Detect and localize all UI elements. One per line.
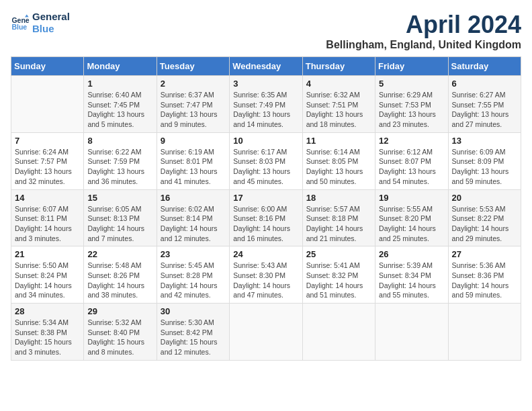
calendar-cell: 5Sunrise: 6:29 AM Sunset: 7:53 PM Daylig… (375, 76, 448, 133)
day-detail: Sunrise: 5:39 AM Sunset: 8:34 PM Dayligh… (379, 261, 444, 300)
day-detail: Sunrise: 5:45 AM Sunset: 8:28 PM Dayligh… (161, 261, 226, 300)
calendar-cell (11, 76, 84, 133)
day-number: 11 (306, 136, 371, 146)
day-number: 9 (161, 136, 226, 146)
day-number: 24 (233, 249, 298, 259)
day-detail: Sunrise: 6:27 AM Sunset: 7:55 PM Dayligh… (452, 90, 517, 130)
day-detail: Sunrise: 6:07 AM Sunset: 8:11 PM Dayligh… (15, 204, 80, 244)
day-number: 5 (379, 79, 444, 89)
day-number: 17 (233, 193, 298, 203)
day-number: 14 (15, 193, 80, 203)
calendar-cell (375, 304, 448, 361)
calendar-header: SundayMondayTuesdayWednesdayThursdayFrid… (11, 57, 521, 76)
calendar-table: SundayMondayTuesdayWednesdayThursdayFrid… (11, 56, 521, 361)
calendar-cell: 25Sunrise: 5:41 AM Sunset: 8:32 PM Dayli… (302, 246, 375, 304)
calendar-cell: 10Sunrise: 6:17 AM Sunset: 8:03 PM Dayli… (230, 132, 302, 189)
calendar-body: 1Sunrise: 6:40 AM Sunset: 7:45 PM Daylig… (11, 76, 521, 361)
logo: General Blue General Blue (11, 11, 70, 35)
day-number: 16 (161, 193, 226, 203)
day-detail: Sunrise: 5:50 AM Sunset: 8:24 PM Dayligh… (15, 261, 80, 300)
day-detail: Sunrise: 6:17 AM Sunset: 8:03 PM Dayligh… (233, 147, 298, 187)
day-header-wednesday: Wednesday (230, 57, 302, 76)
calendar-cell: 8Sunrise: 6:22 AM Sunset: 7:59 PM Daylig… (84, 132, 157, 189)
calendar-cell: 6Sunrise: 6:27 AM Sunset: 7:55 PM Daylig… (448, 76, 521, 133)
day-number: 15 (87, 193, 152, 203)
calendar-cell: 24Sunrise: 5:43 AM Sunset: 8:30 PM Dayli… (230, 246, 302, 304)
calendar-cell: 19Sunrise: 5:55 AM Sunset: 8:20 PM Dayli… (375, 189, 448, 246)
day-header-tuesday: Tuesday (157, 57, 229, 76)
calendar-cell: 12Sunrise: 6:12 AM Sunset: 8:07 PM Dayli… (375, 132, 448, 189)
calendar-cell (230, 304, 302, 361)
calendar-cell: 15Sunrise: 6:05 AM Sunset: 8:13 PM Dayli… (84, 189, 157, 246)
day-number: 22 (87, 249, 152, 259)
day-detail: Sunrise: 6:19 AM Sunset: 8:01 PM Dayligh… (161, 147, 226, 187)
calendar-subtitle: Bellingham, England, United Kingdom (326, 39, 521, 51)
calendar-cell (302, 304, 375, 361)
calendar-cell: 20Sunrise: 5:53 AM Sunset: 8:22 PM Dayli… (448, 189, 521, 246)
day-number: 2 (161, 79, 226, 89)
calendar-cell: 3Sunrise: 6:35 AM Sunset: 7:49 PM Daylig… (230, 76, 302, 133)
day-detail: Sunrise: 5:30 AM Sunset: 8:42 PM Dayligh… (161, 318, 226, 357)
day-header-friday: Friday (375, 57, 448, 76)
day-header-monday: Monday (84, 57, 157, 76)
day-number: 27 (452, 249, 517, 259)
week-row-3: 14Sunrise: 6:07 AM Sunset: 8:11 PM Dayli… (11, 189, 521, 246)
day-detail: Sunrise: 5:41 AM Sunset: 8:32 PM Dayligh… (306, 261, 371, 300)
day-detail: Sunrise: 6:24 AM Sunset: 7:57 PM Dayligh… (15, 147, 80, 187)
svg-text:Blue: Blue (11, 23, 27, 31)
week-row-1: 1Sunrise: 6:40 AM Sunset: 7:45 PM Daylig… (11, 76, 521, 133)
day-detail: Sunrise: 6:00 AM Sunset: 8:16 PM Dayligh… (233, 204, 298, 244)
day-detail: Sunrise: 5:34 AM Sunset: 8:38 PM Dayligh… (15, 318, 80, 357)
calendar-cell: 22Sunrise: 5:48 AM Sunset: 8:26 PM Dayli… (84, 246, 157, 304)
day-number: 26 (379, 249, 444, 259)
logo-icon: General Blue (11, 13, 30, 32)
day-number: 13 (452, 136, 517, 146)
day-detail: Sunrise: 6:05 AM Sunset: 8:13 PM Dayligh… (87, 204, 152, 244)
day-number: 10 (233, 136, 298, 146)
day-number: 8 (87, 136, 152, 146)
calendar-cell: 11Sunrise: 6:14 AM Sunset: 8:05 PM Dayli… (302, 132, 375, 189)
calendar-cell: 7Sunrise: 6:24 AM Sunset: 7:57 PM Daylig… (11, 132, 84, 189)
calendar-cell (448, 304, 521, 361)
day-number: 29 (87, 306, 152, 316)
day-detail: Sunrise: 5:53 AM Sunset: 8:22 PM Dayligh… (452, 204, 517, 244)
day-detail: Sunrise: 6:12 AM Sunset: 8:07 PM Dayligh… (379, 147, 444, 187)
day-number: 12 (379, 136, 444, 146)
logo-line1: General (32, 11, 70, 23)
day-header-thursday: Thursday (302, 57, 375, 76)
day-detail: Sunrise: 5:48 AM Sunset: 8:26 PM Dayligh… (87, 261, 152, 300)
calendar-cell: 28Sunrise: 5:34 AM Sunset: 8:38 PM Dayli… (11, 304, 84, 361)
day-detail: Sunrise: 6:29 AM Sunset: 7:53 PM Dayligh… (379, 90, 444, 130)
day-number: 23 (161, 249, 226, 259)
calendar-cell: 29Sunrise: 5:32 AM Sunset: 8:40 PM Dayli… (84, 304, 157, 361)
calendar-cell: 21Sunrise: 5:50 AM Sunset: 8:24 PM Dayli… (11, 246, 84, 304)
day-number: 30 (161, 306, 226, 316)
day-detail: Sunrise: 6:37 AM Sunset: 7:47 PM Dayligh… (161, 90, 226, 130)
day-number: 18 (306, 193, 371, 203)
calendar-cell: 9Sunrise: 6:19 AM Sunset: 8:01 PM Daylig… (157, 132, 229, 189)
day-detail: Sunrise: 6:40 AM Sunset: 7:45 PM Dayligh… (87, 90, 152, 130)
day-detail: Sunrise: 6:32 AM Sunset: 7:51 PM Dayligh… (306, 90, 371, 130)
day-number: 21 (15, 249, 80, 259)
day-detail: Sunrise: 5:32 AM Sunset: 8:40 PM Dayligh… (87, 318, 152, 357)
logo-line2: Blue (32, 23, 70, 35)
day-header-saturday: Saturday (448, 57, 521, 76)
day-number: 7 (15, 136, 80, 146)
calendar-cell: 1Sunrise: 6:40 AM Sunset: 7:45 PM Daylig… (84, 76, 157, 133)
page-header: General Blue General Blue April 2024 Bel… (11, 11, 521, 51)
week-row-4: 21Sunrise: 5:50 AM Sunset: 8:24 PM Dayli… (11, 246, 521, 304)
day-detail: Sunrise: 6:14 AM Sunset: 8:05 PM Dayligh… (306, 147, 371, 187)
day-number: 19 (379, 193, 444, 203)
week-row-5: 28Sunrise: 5:34 AM Sunset: 8:38 PM Dayli… (11, 304, 521, 361)
day-detail: Sunrise: 5:57 AM Sunset: 8:18 PM Dayligh… (306, 204, 371, 244)
day-number: 20 (452, 193, 517, 203)
calendar-cell: 26Sunrise: 5:39 AM Sunset: 8:34 PM Dayli… (375, 246, 448, 304)
week-row-2: 7Sunrise: 6:24 AM Sunset: 7:57 PM Daylig… (11, 132, 521, 189)
day-header-sunday: Sunday (11, 57, 84, 76)
calendar-cell: 27Sunrise: 5:36 AM Sunset: 8:36 PM Dayli… (448, 246, 521, 304)
calendar-title: April 2024 (326, 11, 521, 39)
day-detail: Sunrise: 6:09 AM Sunset: 8:09 PM Dayligh… (452, 147, 517, 187)
day-detail: Sunrise: 5:43 AM Sunset: 8:30 PM Dayligh… (233, 261, 298, 300)
calendar-cell: 13Sunrise: 6:09 AM Sunset: 8:09 PM Dayli… (448, 132, 521, 189)
day-number: 28 (15, 306, 80, 316)
